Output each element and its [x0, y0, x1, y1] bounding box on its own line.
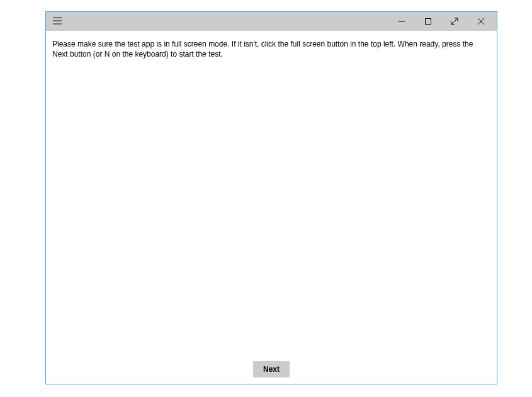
close-button[interactable] — [468, 13, 494, 30]
minimize-icon — [398, 18, 405, 25]
close-icon — [477, 18, 485, 25]
maximize-button[interactable] — [415, 13, 441, 30]
minimize-button[interactable] — [388, 13, 415, 30]
menu-button[interactable] — [48, 13, 66, 30]
content-area: Please make sure the test app is in full… — [46, 31, 497, 359]
next-button[interactable]: Next — [253, 361, 290, 377]
footer: Next — [46, 359, 497, 384]
titlebar-right — [388, 13, 494, 30]
titlebar-left — [48, 13, 66, 30]
titlebar — [46, 12, 497, 31]
maximize-icon — [424, 18, 432, 25]
instructions-text: Please make sure the test app is in full… — [52, 39, 490, 59]
svg-rect-4 — [426, 19, 431, 25]
hamburger-icon — [53, 16, 62, 27]
app-window: Please make sure the test app is in full… — [45, 11, 497, 384]
svg-line-5 — [451, 18, 458, 25]
fullscreen-icon — [450, 17, 459, 26]
fullscreen-button[interactable] — [441, 13, 468, 30]
